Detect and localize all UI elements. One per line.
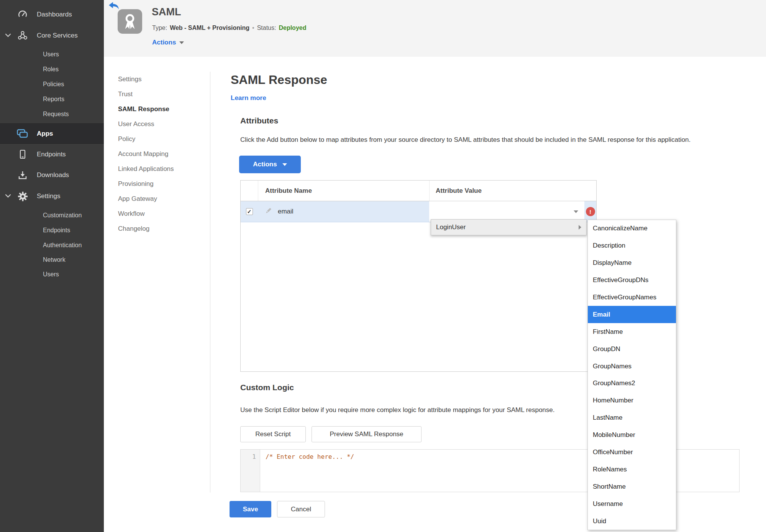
chevron-down-icon (179, 41, 184, 44)
custom-logic-heading: Custom Logic (240, 383, 294, 392)
submenu-label: Uuid (593, 517, 606, 525)
attributes-actions-button[interactable]: Actions (239, 156, 301, 173)
submenu-item-homenumber[interactable]: HomeNumber (588, 392, 676, 409)
subnav-item-settings[interactable]: Settings (118, 72, 210, 87)
sidebar-item-endpoints[interactable]: Endpoints (0, 146, 104, 163)
row-error-cell: ! (584, 201, 596, 222)
sidebar-item-customization[interactable]: Customization (0, 208, 104, 223)
submenu-label: CanonicalizeName (593, 225, 648, 232)
sidebar-item-core-services[interactable]: Core Services (0, 27, 104, 44)
sidebar-item-label: Users (0, 271, 59, 278)
attributes-table: Attribute Name Attribute Value ✓ email (240, 180, 597, 372)
submenu-item-effectivegroupnames[interactable]: EffectiveGroupNames (588, 289, 676, 306)
sidebar-item-settings-users[interactable]: Users (0, 267, 104, 282)
subnav-item-app-gateway[interactable]: App Gateway (118, 191, 210, 206)
sidebar-item-users[interactable]: Users (0, 47, 104, 62)
submenu-item-description[interactable]: Description (588, 237, 676, 255)
attribute-name-value: email (278, 208, 294, 215)
submenu-item-email[interactable]: Email (588, 306, 676, 323)
submenu-label: GroupNames (593, 363, 631, 370)
submenu-label: GroupDN (593, 345, 620, 353)
sidebar-item-dashboards[interactable]: Dashboards (0, 6, 104, 23)
cancel-button[interactable]: Cancel (277, 501, 325, 517)
sidebar-item-label: Downloads (0, 171, 69, 179)
chevron-down-icon (282, 163, 287, 166)
chevron-down-icon (5, 32, 11, 39)
core-services-icon (17, 31, 28, 41)
sidebar-item-label: Network (0, 256, 66, 263)
sidebar-item-apps[interactable]: Apps (0, 123, 104, 144)
submenu-item-firstname[interactable]: FirstName (588, 323, 676, 340)
preview-saml-response-button[interactable]: Preview SAML Response (312, 426, 422, 442)
row-checkbox[interactable]: ✓ (246, 208, 253, 215)
save-label: Save (243, 506, 258, 513)
subnav-item-account-mapping[interactable]: Account Mapping (118, 146, 210, 161)
sidebar-item-reports[interactable]: Reports (0, 92, 104, 107)
subnav-label: Account Mapping (118, 150, 168, 158)
sidebar-item-settings[interactable]: Settings (0, 188, 104, 205)
subnav-item-user-access[interactable]: User Access (118, 117, 210, 131)
subnav-label: Policy (118, 135, 135, 143)
reset-script-button[interactable]: Reset Script (240, 426, 306, 442)
sidebar-item-requests[interactable]: Requests (0, 107, 104, 122)
submenu-item-officenumber[interactable]: OfficeNumber (588, 444, 676, 461)
submenu-label: EffectiveGroupNames (593, 294, 656, 301)
subnav-item-changelog[interactable]: Changelog (118, 221, 210, 236)
submenu-label: GroupNames2 (593, 379, 635, 387)
submenu-item-groupnames[interactable]: GroupNames (588, 358, 676, 375)
download-icon (17, 171, 28, 180)
submenu-label: LastName (593, 414, 622, 422)
cancel-label: Cancel (291, 506, 311, 513)
row-checkbox-cell: ✓ (241, 201, 258, 222)
submenu-label: HomeNumber (593, 397, 633, 404)
learn-more-link[interactable]: Learn more (231, 94, 266, 102)
saml-app-icon (118, 9, 142, 34)
submenu-item-mobilenumber[interactable]: MobileNumber (588, 427, 676, 444)
submenu-label: ShortName (593, 483, 626, 491)
subnav-item-provisioning[interactable]: Provisioning (118, 176, 210, 191)
status-label: Status: (257, 25, 276, 31)
submenu-item-rolenames[interactable]: RoleNames (588, 461, 676, 478)
subnav-item-workflow[interactable]: Workflow (118, 206, 210, 221)
header-actions-menu[interactable]: Actions (152, 39, 184, 46)
editor-line-number: 1 (241, 450, 260, 492)
subnav-label: Provisioning (118, 180, 154, 188)
attribute-value-combobox[interactable] (429, 201, 584, 222)
submenu-item-lastname[interactable]: LastName (588, 409, 676, 427)
submenu-item-displayname[interactable]: DisplayName (588, 255, 676, 272)
back-arrow-icon[interactable] (108, 2, 119, 11)
attributes-heading: Attributes (240, 116, 278, 125)
subnav-item-saml-response[interactable]: SAML Response (118, 102, 210, 117)
sidebar-item-label: Endpoints (0, 151, 66, 158)
subnav-item-linked-applications[interactable]: Linked Applications (118, 161, 210, 176)
page-title: SAML Response (231, 73, 327, 87)
sidebar-item-roles[interactable]: Roles (0, 62, 104, 77)
subnav-item-policy[interactable]: Policy (118, 131, 210, 146)
sidebar-item-label: Authentication (0, 242, 82, 249)
save-button[interactable]: Save (230, 501, 271, 517)
submenu-item-shortname[interactable]: ShortName (588, 478, 676, 495)
subnav-label: SAML Response (118, 105, 169, 113)
submenu-item-uuid[interactable]: Uuid (588, 512, 676, 530)
attribute-name-cell[interactable]: email (258, 201, 429, 222)
attribute-value-menu-item-loginuser[interactable]: LoginUser (431, 219, 587, 235)
submenu-item-canonicalizename[interactable]: CanonicalizeName (588, 220, 676, 237)
submenu-label: MobileNumber (593, 431, 635, 439)
submenu-item-username[interactable]: Username (588, 495, 676, 512)
header-actions-label: Actions (152, 39, 176, 46)
sidebar-item-network[interactable]: Network (0, 252, 104, 267)
actions-button-label: Actions (253, 161, 277, 168)
app-header: SAML Type: Web - SAML + Provisioning • S… (104, 0, 766, 57)
subnav-label: User Access (118, 120, 154, 128)
subnav-label: Trust (118, 90, 133, 98)
sidebar-item-label: Core Services (0, 32, 78, 39)
chevron-down-icon (5, 192, 11, 200)
sidebar-item-authentication[interactable]: Authentication (0, 238, 104, 253)
subnav-item-trust[interactable]: Trust (118, 87, 210, 102)
submenu-item-groupnames2[interactable]: GroupNames2 (588, 375, 676, 392)
submenu-item-effectivegroupdns[interactable]: EffectiveGroupDNs (588, 272, 676, 289)
sidebar-item-policies[interactable]: Policies (0, 77, 104, 92)
sidebar-item-downloads[interactable]: Downloads (0, 167, 104, 184)
submenu-item-groupdn[interactable]: GroupDN (588, 340, 676, 358)
sidebar-item-settings-endpoints[interactable]: Endpoints (0, 223, 104, 238)
